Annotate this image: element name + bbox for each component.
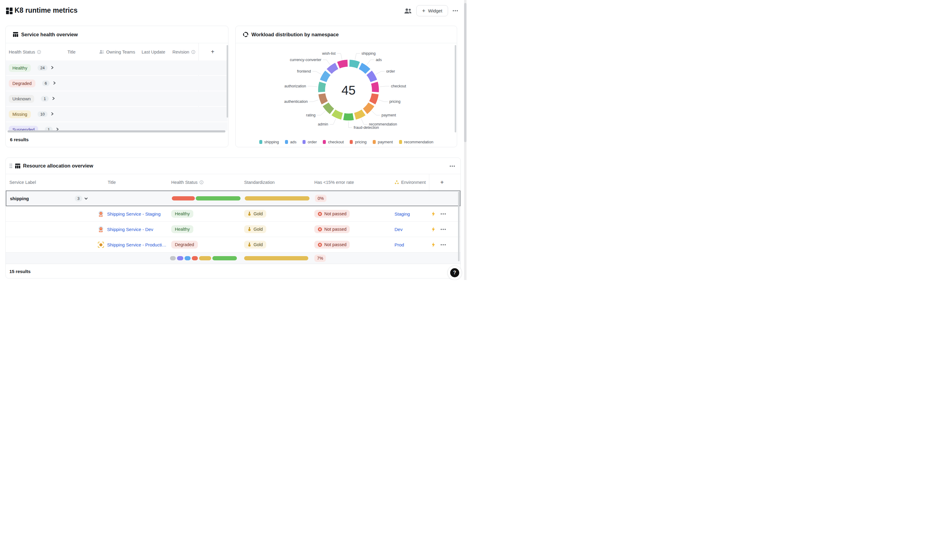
legend-item-recommendation[interactable]: recommendation xyxy=(399,140,434,144)
count-badge: 1 xyxy=(41,96,48,102)
donut-segment-wish-list[interactable] xyxy=(339,63,348,65)
help-button[interactable]: ? xyxy=(448,266,462,280)
donut-segment-order[interactable] xyxy=(369,73,374,81)
label-connector xyxy=(355,54,360,60)
column-header-title[interactable]: Title xyxy=(91,174,170,191)
bolt-icon[interactable] xyxy=(431,242,435,247)
more-menu-icon[interactable] xyxy=(453,10,458,11)
vertical-scrollbar[interactable] xyxy=(226,45,228,118)
legend-label: recommendation xyxy=(404,140,434,144)
column-header-owning-teams[interactable]: Owning Teams xyxy=(99,49,142,54)
column-header-label: Health Status xyxy=(171,180,197,185)
donut-label-order: order xyxy=(386,69,395,74)
bolt-icon[interactable] xyxy=(431,211,435,217)
label-connector xyxy=(348,121,352,128)
column-header-health-status[interactable]: Health Status xyxy=(170,174,241,191)
donut-segment-authentication[interactable] xyxy=(322,94,325,103)
cluster-icon xyxy=(394,180,399,185)
donut-segment-frontend[interactable] xyxy=(323,73,328,81)
more-menu-icon[interactable] xyxy=(450,165,455,167)
legend-item-ads[interactable]: ads xyxy=(285,140,297,144)
donut-segment-pricing[interactable] xyxy=(373,94,376,103)
add-widget-button[interactable]: + Widget xyxy=(416,5,448,16)
legend-item-checkout[interactable]: checkout xyxy=(323,140,344,144)
column-header-standardization[interactable]: Standardization xyxy=(241,174,312,191)
plus-icon: + xyxy=(422,8,425,14)
people-icon[interactable] xyxy=(404,8,412,14)
column-header-health-status[interactable]: Health Status xyxy=(9,49,68,54)
standardization-bar xyxy=(245,196,309,200)
service-health-card-title: Service health overview xyxy=(6,26,228,43)
chevron-down-icon[interactable] xyxy=(84,197,88,200)
service-title-link[interactable]: Shipping Service - Producti… xyxy=(107,242,166,247)
add-column-button[interactable]: + xyxy=(211,48,214,55)
legend-item-payment[interactable]: payment xyxy=(373,140,393,144)
environment-link[interactable]: Staging xyxy=(394,211,410,217)
resource-allocation-card: Resource allocation overview Service Lab… xyxy=(5,157,461,278)
group-row-shipping[interactable]: shipping30% xyxy=(6,191,460,206)
donut-segment-rating[interactable] xyxy=(326,104,332,111)
column-header-title[interactable]: Title xyxy=(68,49,99,54)
donut-segment-admin[interactable] xyxy=(333,112,342,116)
donut-segment-checkout[interactable] xyxy=(374,83,376,92)
environment-link[interactable]: Prod xyxy=(394,242,404,247)
donut-label-fraud-detection: fraud-detection xyxy=(354,126,379,130)
environment-link[interactable]: Dev xyxy=(394,227,403,232)
bolt-icon[interactable] xyxy=(431,227,435,232)
donut-segment-payment[interactable] xyxy=(365,104,371,111)
row-menu-icon[interactable] xyxy=(440,244,446,246)
donut-segment-authorization[interactable] xyxy=(322,83,322,92)
drag-handle-icon[interactable] xyxy=(9,163,12,168)
page-scrollbar-thumb[interactable] xyxy=(464,3,466,142)
donut-label-ads: ads xyxy=(376,58,382,62)
chevron-right-icon[interactable] xyxy=(50,65,54,71)
row-menu-icon[interactable] xyxy=(440,213,446,215)
legend-swatch xyxy=(323,140,326,144)
legend-item-pricing[interactable]: pricing xyxy=(350,140,366,144)
error-rate-cell: Not passed xyxy=(312,222,392,237)
chevron-right-icon[interactable] xyxy=(50,112,54,117)
chevron-right-icon[interactable] xyxy=(52,81,56,86)
label-connector xyxy=(313,71,322,75)
label-connector xyxy=(372,111,380,115)
column-header-has-15-error-rate[interactable]: Has <15% error rate xyxy=(312,174,392,191)
count-badge: 24 xyxy=(37,65,47,71)
donut-segment-recommendation[interactable] xyxy=(355,112,363,116)
label-connector xyxy=(330,118,336,124)
add-column-button[interactable]: + xyxy=(440,179,444,186)
column-header-service-label[interactable]: Service Label xyxy=(6,174,91,191)
service-title-link[interactable]: Shipping Service - Dev xyxy=(107,227,153,232)
legend-swatch xyxy=(373,140,376,144)
donut-label-frontend: frontend xyxy=(297,69,311,74)
donut-segment-shipping[interactable] xyxy=(349,63,359,65)
health-status-row: Missing10 xyxy=(6,107,228,122)
donut-segment-currency-converter[interactable] xyxy=(329,66,337,71)
legend-swatch xyxy=(399,140,402,144)
table-widget-icon xyxy=(13,32,18,37)
distribution-bar-segment xyxy=(199,256,211,260)
donut-segment-fraud-detection[interactable] xyxy=(344,117,353,117)
legend-item-shipping[interactable]: shipping xyxy=(259,140,279,144)
legend-item-order[interactable]: order xyxy=(303,140,317,144)
service-title-link[interactable]: Shipping Service - Staging xyxy=(107,211,161,217)
column-header-revision[interactable]: Revision xyxy=(172,49,202,54)
horizontal-scrollbar[interactable] xyxy=(8,130,225,132)
column-header-environment[interactable]: Environment xyxy=(392,174,423,191)
column-header-last-update[interactable]: Last Update xyxy=(142,49,172,54)
group-count-badge: 3 xyxy=(75,195,82,202)
service-row: Shipping Service - DevHealthyGoldNot pas… xyxy=(6,222,460,237)
title-cell: Shipping Service - Producti… xyxy=(91,237,170,252)
chevron-right-icon[interactable] xyxy=(51,96,55,102)
service-label-cell xyxy=(6,252,91,264)
environment-cell: Prod xyxy=(392,237,423,252)
x-circle-icon xyxy=(318,243,322,247)
card-title-text: Workload distribution by namespace xyxy=(251,32,339,37)
error-rate-summary-cell: 7% xyxy=(312,252,392,264)
row-menu-icon[interactable] xyxy=(440,229,446,230)
not-passed-label: Not passed xyxy=(324,211,346,216)
vertical-scrollbar[interactable] xyxy=(455,45,456,132)
donut-label-shipping: shipping xyxy=(362,51,376,55)
vertical-scrollbar[interactable] xyxy=(458,192,460,261)
donut-segment-ads[interactable] xyxy=(360,66,368,71)
info-icon xyxy=(191,50,196,54)
